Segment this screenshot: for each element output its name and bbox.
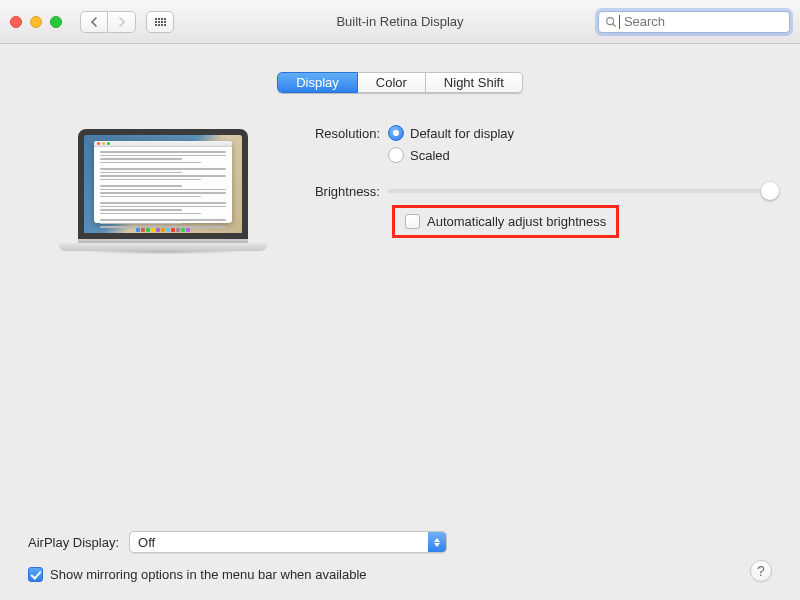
display-preview — [28, 123, 298, 258]
slider-fill — [388, 189, 770, 193]
grid-icon — [155, 18, 166, 26]
search-icon — [605, 16, 617, 28]
settings-column: Resolution: Default for display Scaled B… — [298, 123, 772, 258]
slider-thumb[interactable] — [761, 182, 779, 200]
help-button[interactable]: ? — [750, 560, 772, 582]
airplay-select[interactable]: Off — [129, 531, 447, 553]
mirroring-label: Show mirroring options in the menu bar w… — [50, 567, 367, 582]
window-controls — [10, 16, 62, 28]
mirroring-checkbox[interactable] — [28, 567, 43, 582]
tab-night-shift[interactable]: Night Shift — [426, 72, 523, 93]
content-area: Display Color Night Shift — [0, 44, 800, 600]
chevron-right-icon — [118, 17, 126, 27]
text-cursor — [619, 15, 620, 29]
close-window-button[interactable] — [10, 16, 22, 28]
show-all-button[interactable] — [146, 11, 174, 33]
radio-label: Default for display — [410, 126, 514, 141]
minimize-window-button[interactable] — [30, 16, 42, 28]
resolution-label: Resolution: — [298, 125, 388, 141]
resolution-scaled-radio[interactable]: Scaled — [388, 147, 514, 163]
svg-line-1 — [613, 23, 616, 26]
forward-button[interactable] — [108, 11, 136, 33]
zoom-window-button[interactable] — [50, 16, 62, 28]
search-field[interactable] — [598, 11, 790, 33]
bottom-section: AirPlay Display: Off Show mirroring opti… — [28, 531, 772, 582]
back-button[interactable] — [80, 11, 108, 33]
nav-buttons — [80, 11, 136, 33]
radio-dot-icon — [388, 125, 404, 141]
radio-dot-icon — [388, 147, 404, 163]
help-icon: ? — [757, 563, 765, 579]
auto-brightness-highlight: Automatically adjust brightness — [392, 205, 619, 238]
brightness-slider[interactable] — [388, 189, 770, 193]
tab-color[interactable]: Color — [358, 72, 426, 93]
chevron-left-icon — [90, 17, 98, 27]
titlebar: Built-in Retina Display — [0, 0, 800, 44]
search-input[interactable] — [624, 14, 783, 29]
auto-brightness-label: Automatically adjust brightness — [427, 214, 606, 229]
tab-display[interactable]: Display — [277, 72, 358, 93]
tab-bar: Display Color Night Shift — [28, 72, 772, 93]
laptop-icon — [58, 129, 268, 251]
auto-brightness-checkbox[interactable] — [405, 214, 420, 229]
resolution-default-radio[interactable]: Default for display — [388, 125, 514, 141]
radio-label: Scaled — [410, 148, 450, 163]
brightness-label: Brightness: — [298, 183, 388, 199]
airplay-value: Off — [130, 535, 428, 550]
select-caret-icon — [428, 532, 446, 552]
airplay-label: AirPlay Display: — [28, 535, 119, 550]
